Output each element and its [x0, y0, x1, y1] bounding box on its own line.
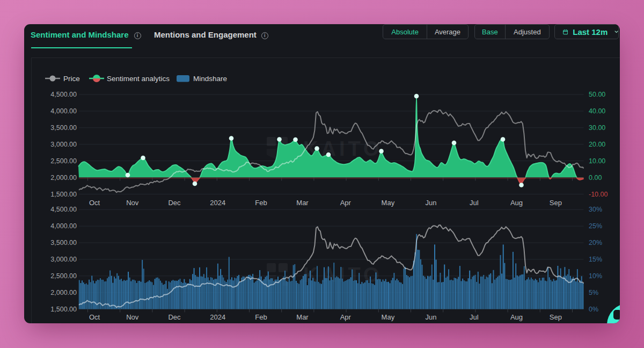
- svg-text:15%: 15%: [589, 256, 602, 263]
- svg-text:Dec: Dec: [168, 199, 181, 207]
- svg-text:Jun: Jun: [425, 313, 436, 321]
- svg-text:Sep: Sep: [550, 313, 562, 321]
- svg-text:4,000.00: 4,000.00: [50, 107, 77, 115]
- svg-text:3,000.00: 3,000.00: [50, 256, 77, 263]
- svg-text:40.00: 40.00: [589, 107, 605, 115]
- svg-text:30%: 30%: [589, 206, 602, 213]
- svg-text:10.00: 10.00: [589, 157, 605, 165]
- svg-text:3,500.00: 3,500.00: [50, 124, 77, 132]
- svg-text:Aug: Aug: [510, 199, 523, 207]
- svg-text:-10.00: -10.00: [589, 191, 608, 198]
- svg-text:3,000.00: 3,000.00: [50, 141, 77, 148]
- svg-text:2,500.00: 2,500.00: [50, 157, 77, 165]
- svg-text:50.00: 50.00: [589, 91, 605, 98]
- svg-text:30.00: 30.00: [589, 124, 605, 132]
- svg-text:20%: 20%: [589, 239, 602, 247]
- svg-text:4,000.00: 4,000.00: [50, 222, 77, 230]
- svg-text:0.00: 0.00: [589, 174, 602, 182]
- svg-text:5%: 5%: [589, 289, 598, 296]
- svg-text:Mar: Mar: [296, 199, 309, 207]
- svg-text:2,500.00: 2,500.00: [50, 272, 77, 280]
- svg-text:Oct: Oct: [89, 313, 100, 321]
- svg-text:Jun: Jun: [425, 199, 436, 207]
- svg-text:Sep: Sep: [550, 199, 562, 207]
- svg-text:3,500.00: 3,500.00: [50, 239, 77, 247]
- svg-text:1,500.00: 1,500.00: [50, 191, 77, 198]
- svg-text:Apr: Apr: [340, 199, 352, 207]
- svg-text:Jul: Jul: [470, 199, 479, 207]
- svg-text:May: May: [382, 199, 395, 207]
- svg-text:Feb: Feb: [255, 313, 267, 321]
- svg-text:0%: 0%: [589, 306, 598, 313]
- svg-text:Apr: Apr: [340, 313, 352, 321]
- svg-text:Feb: Feb: [255, 199, 267, 207]
- svg-text:4,500.00: 4,500.00: [50, 91, 77, 98]
- svg-text:Oct: Oct: [89, 199, 100, 207]
- svg-text:4,500.00: 4,500.00: [50, 206, 77, 213]
- svg-text:10%: 10%: [589, 272, 602, 280]
- svg-text:2024: 2024: [210, 199, 225, 207]
- svg-text:Jul: Jul: [470, 313, 479, 321]
- svg-text:1,500.00: 1,500.00: [50, 306, 77, 313]
- svg-text:Aug: Aug: [510, 313, 523, 321]
- svg-text:Nov: Nov: [126, 199, 139, 207]
- svg-text:Nov: Nov: [126, 313, 139, 321]
- svg-text:Dec: Dec: [168, 313, 181, 321]
- svg-text:May: May: [382, 313, 395, 321]
- svg-text:20.00: 20.00: [589, 141, 605, 148]
- svg-text:Mar: Mar: [296, 313, 309, 321]
- svg-text:2024: 2024: [210, 313, 225, 321]
- svg-text:2,000.00: 2,000.00: [50, 289, 77, 296]
- svg-text:25%: 25%: [589, 222, 602, 230]
- svg-text:2,000.00: 2,000.00: [50, 174, 77, 182]
